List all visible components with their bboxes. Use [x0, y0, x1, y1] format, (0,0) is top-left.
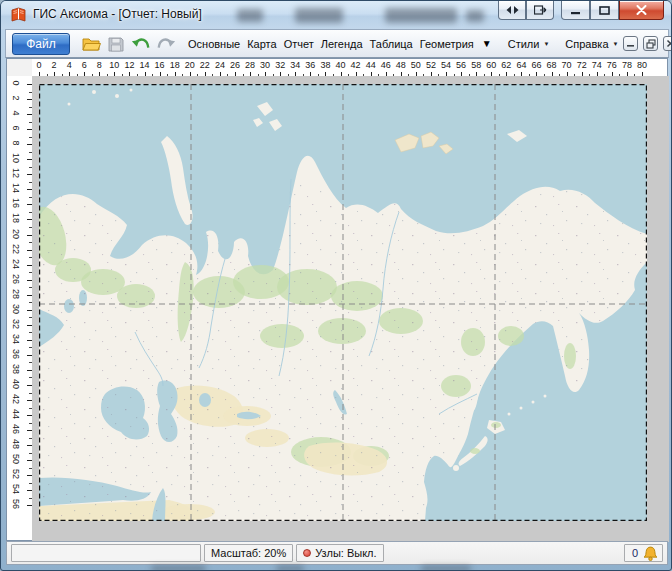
- vertical-ruler: 0246810121416182022242628303234363840424…: [7, 76, 33, 540]
- menu-legenda[interactable]: Легенда: [320, 36, 364, 52]
- app-window: ГИС Аксиома - [Отчет: Новый]: [0, 0, 672, 571]
- kuril-island: [520, 407, 523, 410]
- window-title: ГИС Аксиома - [Отчет: Новый]: [33, 7, 202, 21]
- arctic-islet: [130, 89, 133, 92]
- report-view: 0246810121416182022242628303234363840424…: [6, 58, 668, 541]
- menu-spravka[interactable]: Справка ▼: [564, 36, 618, 52]
- floppy-disk-icon: [108, 36, 124, 52]
- mdi-window-controls: [623, 36, 672, 51]
- arctic-islet: [68, 103, 71, 106]
- glass-smudge: [421, 566, 471, 571]
- notification-panel[interactable]: 0: [624, 544, 663, 562]
- redo-button[interactable]: [156, 34, 176, 54]
- close-icon: [636, 5, 647, 15]
- kuril-island: [508, 413, 511, 416]
- report-page[interactable]: [39, 84, 647, 521]
- window-out-arrow-icon: [534, 5, 547, 15]
- close-button[interactable]: [619, 1, 664, 20]
- statusbar: Масштаб: 20% Узлы: Выкл. 0: [6, 541, 668, 565]
- scale-label: Масштаб: 20%: [211, 547, 286, 559]
- mdi-minimize-button[interactable]: [623, 36, 638, 51]
- nodes-label: Узлы: Выкл.: [315, 547, 376, 559]
- nodes-panel: Узлы: Выкл.: [296, 544, 383, 562]
- toolbar: Файл Основные: [5, 29, 669, 58]
- kuril-island: [544, 395, 547, 398]
- glass-smudge: [466, 10, 484, 22]
- mdi-restore-icon: [646, 39, 656, 49]
- glass-smudge: [151, 566, 206, 571]
- nav-arrows-button[interactable]: [498, 1, 526, 20]
- glass-smudge: [237, 9, 263, 22]
- status-message-panel: [11, 544, 201, 562]
- arctic-islet: [115, 94, 119, 98]
- open-folder-button[interactable]: [81, 34, 101, 54]
- spravka-caret-icon: ▼: [613, 41, 619, 47]
- mdi-close-button[interactable]: [663, 36, 672, 51]
- window-bottom-border: [1, 565, 672, 571]
- mdi-restore-button[interactable]: [643, 36, 658, 51]
- mdi-close-icon: [666, 39, 672, 48]
- minimize-icon: [571, 6, 581, 15]
- horizontal-ruler: 0246810121416182022242628303234363840424…: [32, 59, 667, 77]
- maximize-icon: [599, 6, 610, 15]
- save-button[interactable]: [106, 34, 126, 54]
- glass-smudge: [385, 8, 457, 23]
- redo-arrow-icon: [156, 35, 176, 53]
- mdi-minimize-icon: [626, 39, 635, 48]
- stili-caret-icon: ▼: [543, 41, 549, 47]
- folder-icon: [82, 36, 101, 52]
- scale-panel: Масштаб: 20%: [204, 544, 293, 562]
- menu-osnovnye[interactable]: Основные: [187, 36, 241, 52]
- titlebar[interactable]: ГИС Аксиома - [Отчет: Новый]: [1, 1, 672, 29]
- bell-icon: [643, 546, 658, 561]
- kuril-island: [532, 401, 535, 404]
- glass-smudge: [295, 8, 343, 23]
- menu-karta[interactable]: Карта: [246, 36, 277, 52]
- notification-count: 0: [632, 547, 638, 559]
- map[interactable]: [39, 84, 647, 521]
- report-canvas[interactable]: [32, 76, 669, 542]
- app-icon: [10, 7, 27, 24]
- arctic-islet: [92, 90, 96, 94]
- nodes-status-icon: [303, 549, 311, 557]
- undo-button[interactable]: [131, 34, 151, 54]
- minimize-button[interactable]: [561, 1, 590, 20]
- file-menu-button[interactable]: Файл: [12, 33, 70, 55]
- maximize-button[interactable]: [590, 1, 619, 20]
- detach-window-button[interactable]: [526, 1, 554, 20]
- left-right-arrows-icon: [506, 6, 519, 14]
- menu-stili[interactable]: Стили ▼: [507, 36, 550, 52]
- geometry-overflow-caret-icon[interactable]: ▼: [482, 38, 492, 49]
- menu-tablitsa[interactable]: Таблица: [369, 36, 414, 52]
- ruler-corner: [7, 59, 33, 77]
- glass-smudge: [276, 566, 304, 571]
- menu-geometriya[interactable]: Геометрия: [419, 36, 475, 52]
- kyushu-island: [453, 465, 459, 471]
- menu-otchet[interactable]: Отчет: [283, 36, 315, 52]
- undo-arrow-icon: [131, 35, 151, 53]
